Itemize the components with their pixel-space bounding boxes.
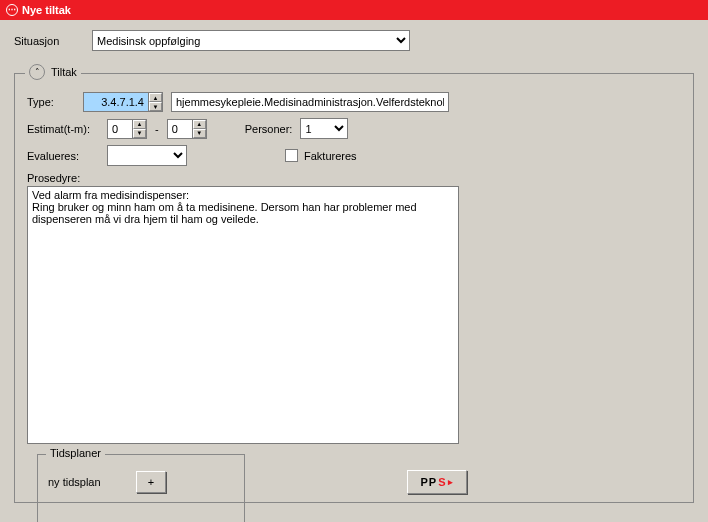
estimat-from-spinner[interactable]: ▲ ▼	[132, 120, 146, 138]
spin-down-icon[interactable]: ▼	[149, 102, 162, 111]
ny-tidsplan-row: ny tidsplan +	[48, 471, 234, 493]
chevron-up-icon: ˄	[35, 67, 40, 77]
situasjon-select[interactable]: Medisinsk oppfølging	[92, 30, 410, 51]
tidsplaner-fieldset: Tidsplaner ny tidsplan +	[37, 454, 245, 522]
estimat-to-input[interactable]	[168, 120, 192, 138]
type-label: Type:	[27, 96, 75, 108]
app-icon: ⋯	[6, 4, 18, 16]
evalueres-select[interactable]	[107, 145, 187, 166]
estimat-label: Estimat(t-m):	[27, 123, 99, 135]
add-tidsplan-button[interactable]: +	[136, 471, 166, 493]
estimat-row: Estimat(t-m): ▲ ▼ - ▲ ▼ Personer:	[27, 118, 467, 139]
form-right: Tidsplaner ny tidsplan +	[37, 446, 245, 522]
estimat-from-field[interactable]: ▲ ▼	[107, 119, 147, 139]
type-code-field[interactable]: ▲ ▼	[83, 92, 163, 112]
evalueres-row: Evalueres: Faktureres	[27, 145, 467, 166]
estimat-to-field[interactable]: ▲ ▼	[167, 119, 207, 139]
title-bar: ⋯ Nye tiltak	[0, 0, 708, 20]
dialog-body: Situasjon Medisinsk oppfølging ˄ Tiltak …	[0, 20, 708, 513]
situasjon-label: Situasjon	[14, 35, 84, 47]
tiltak-panel-title: Tiltak	[51, 66, 77, 78]
tiltak-panel-header: ˄ Tiltak	[25, 64, 81, 80]
window-title: Nye tiltak	[22, 4, 71, 16]
spin-up-icon[interactable]: ▲	[149, 93, 162, 102]
personer-select[interactable]: 1	[300, 118, 348, 139]
spin-down-icon[interactable]: ▼	[193, 129, 206, 138]
spin-up-icon[interactable]: ▲	[193, 120, 206, 129]
spin-down-icon[interactable]: ▼	[133, 129, 146, 138]
collapse-button[interactable]: ˄	[29, 64, 45, 80]
prosedyre-label: Prosedyre:	[27, 172, 80, 184]
spin-up-icon[interactable]: ▲	[133, 120, 146, 129]
type-code-spinner[interactable]: ▲ ▼	[148, 93, 162, 111]
estimat-separator: -	[155, 123, 159, 135]
personer-label: Personer:	[245, 123, 293, 135]
tidsplaner-legend: Tidsplaner	[46, 447, 105, 459]
situasjon-row: Situasjon Medisinsk oppfølging	[14, 30, 694, 51]
prosedyre-block: Prosedyre:	[27, 172, 467, 446]
prosedyre-textarea[interactable]	[27, 186, 459, 444]
type-row: Type: ▲ ▼	[27, 92, 467, 112]
estimat-to-spinner[interactable]: ▲ ▼	[192, 120, 206, 138]
evalueres-label: Evalueres:	[27, 150, 99, 162]
play-icon: ▸	[448, 477, 454, 487]
faktureres-checkbox[interactable]	[285, 149, 298, 162]
faktureres-wrap: Faktureres	[285, 149, 357, 162]
pps-button[interactable]: PPS▸	[407, 470, 467, 494]
tiltak-panel: ˄ Tiltak Type: ▲ ▼ Estimat(t-m):	[14, 73, 694, 503]
form-left: Type: ▲ ▼ Estimat(t-m): ▲ ▼	[27, 84, 467, 446]
faktureres-label: Faktureres	[304, 150, 357, 162]
type-desc-input[interactable]	[171, 92, 449, 112]
ny-tidsplan-label: ny tidsplan	[48, 476, 128, 488]
pps-pp: PP	[420, 476, 437, 488]
estimat-from-input[interactable]	[108, 120, 132, 138]
type-code-input[interactable]	[84, 93, 148, 111]
pps-s: S	[438, 476, 446, 488]
